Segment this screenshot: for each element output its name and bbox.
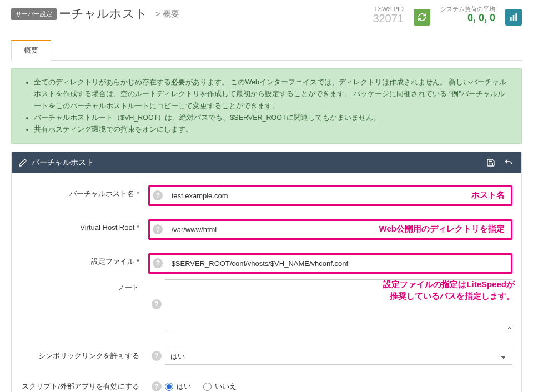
alert-item: バーチャルホストルート（$VH_ROOT）は、絶対パスでも、$SERVER_RO… <box>34 112 511 124</box>
help-icon[interactable]: ? <box>152 299 162 309</box>
panel-body: バーチャルホスト名 * ? ホスト名 Virtual Host Root * ?… <box>12 173 521 392</box>
row-note: ノート ? 設定ファイルの指定はLiteSpeedが 推奨しているパスを指定しま… <box>21 279 512 332</box>
bar-chart-icon <box>509 13 518 22</box>
radio-label: いいえ <box>215 381 237 391</box>
refresh-icon <box>418 13 426 22</box>
help-icon[interactable]: ? <box>152 351 162 361</box>
radio-enable-script-no-input[interactable] <box>203 383 212 391</box>
svg-rect-2 <box>515 13 517 21</box>
input-vhost-name[interactable] <box>166 187 511 204</box>
label-vhost-root: Virtual Host Root * <box>21 219 148 233</box>
row-vhost-name: バーチャルホスト名 * ? ホスト名 <box>21 185 512 206</box>
input-vhost-root[interactable] <box>166 221 511 238</box>
restart-button[interactable] <box>414 9 430 26</box>
back-button[interactable] <box>502 157 515 169</box>
page-title: ーチャルホスト <box>59 6 148 22</box>
radio-label: はい <box>177 381 191 391</box>
panel-header: バーチャルホスト <box>12 152 521 173</box>
save-icon <box>486 158 495 167</box>
help-icon[interactable]: ? <box>152 381 162 391</box>
radio-enable-script-no[interactable]: いいえ <box>203 381 237 391</box>
input-note[interactable] <box>165 279 512 330</box>
row-follow-symlink: シンボリックリンクを許可する ? はい <box>21 348 512 365</box>
header-stats: LSWS PID 32071 システム負荷の平均 0, 0, 0 <box>373 6 522 26</box>
radio-enable-script-yes-input[interactable] <box>165 383 173 391</box>
radio-enable-script-yes[interactable]: はい <box>165 381 191 391</box>
stat-load: システム負荷の平均 0, 0, 0 <box>440 6 495 23</box>
label-vhost-name: バーチャルホスト名 * <box>21 185 148 199</box>
info-alert: 全てのディレクトリがあらかじめ存在する必要があります。 このWebインターフェイ… <box>11 68 522 144</box>
label-note: ノート <box>21 279 148 293</box>
tab-summary[interactable]: 概要 <box>11 40 51 61</box>
label-config-file: 設定ファイル * <box>21 253 148 267</box>
select-follow-symlink[interactable]: はい <box>165 348 512 365</box>
label-follow-symlink: シンボリックリンクを許可する <box>21 348 148 361</box>
alert-item: 共有ホスティング環境での拘束をオンにします。 <box>34 124 511 135</box>
edit-icon <box>18 158 27 167</box>
breadcrumb: > 概要 <box>155 9 179 19</box>
label-enable-script: スクリプト/外部アプリを有効にする * <box>21 378 148 392</box>
server-config-tag: サーバー設定 <box>11 8 57 20</box>
page-header: サーバー設定 ーチャルホスト > 概要 LSWS PID 32071 システム負… <box>0 0 533 26</box>
stats-button[interactable] <box>505 9 522 26</box>
stat-load-value: 0, 0, 0 <box>467 13 495 23</box>
tabs: 概要 <box>11 36 522 61</box>
vhost-panel: バーチャルホスト バーチャルホスト名 * ? ホスト名 Virtual Host… <box>11 152 522 392</box>
svg-rect-1 <box>513 15 515 21</box>
input-config-file[interactable] <box>166 255 511 272</box>
help-icon[interactable]: ? <box>153 258 163 268</box>
save-button[interactable] <box>485 157 497 169</box>
svg-rect-0 <box>510 17 512 21</box>
undo-icon <box>504 158 513 167</box>
help-icon[interactable]: ? <box>153 224 163 234</box>
help-icon[interactable]: ? <box>153 190 163 200</box>
row-enable-script: スクリプト/外部アプリを有効にする * ? はい いいえ <box>21 378 512 392</box>
stat-pid-value: 32071 <box>373 13 404 24</box>
page-title-wrap: サーバー設定 ーチャルホスト > 概要 <box>11 6 373 22</box>
panel-title: バーチャルホスト <box>32 158 94 168</box>
stat-pid: LSWS PID 32071 <box>373 6 404 24</box>
row-vhost-root: Virtual Host Root * ? Web公開用のディレクトリを指定 <box>21 219 512 240</box>
alert-item: 全てのディレクトリがあらかじめ存在する必要があります。 このWebインターフェイ… <box>34 77 511 112</box>
row-config-file: 設定ファイル * ? <box>21 253 512 274</box>
